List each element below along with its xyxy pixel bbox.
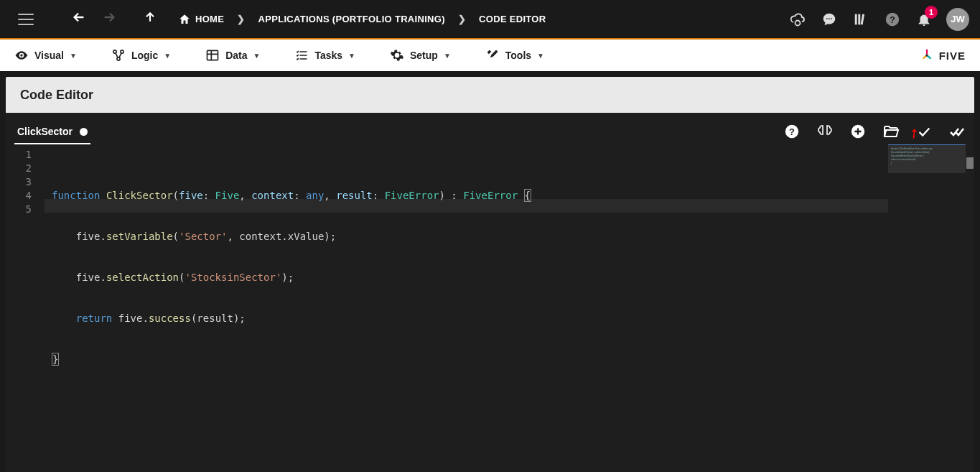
top-header: HOME ❯ APPLICATIONS (PORTFOLIO TRAINING)… bbox=[0, 0, 980, 40]
svg-rect-13 bbox=[207, 50, 218, 60]
toolbar-logic[interactable]: Logic▼ bbox=[111, 48, 171, 63]
eye-icon bbox=[14, 48, 29, 63]
chat-icon[interactable] bbox=[820, 10, 839, 29]
ai-brain-icon[interactable] bbox=[816, 123, 834, 140]
svg-point-3 bbox=[831, 18, 832, 19]
svg-rect-4 bbox=[855, 14, 857, 24]
toolbar-data-label: Data bbox=[225, 50, 247, 61]
breadcrumb-home-label: HOME bbox=[195, 14, 224, 24]
svg-rect-6 bbox=[861, 14, 864, 24]
home-icon bbox=[178, 13, 191, 26]
header-right: ? 1 JW bbox=[788, 8, 969, 31]
chevron-right-icon: ❯ bbox=[458, 14, 466, 24]
header-left: HOME ❯ APPLICATIONS (PORTFOLIO TRAINING)… bbox=[18, 9, 546, 29]
help-icon[interactable]: ? bbox=[883, 10, 902, 29]
breadcrumb-home[interactable]: HOME bbox=[178, 13, 224, 26]
brand: FIVE bbox=[919, 47, 966, 63]
editor-actions: ? ➚ bbox=[783, 123, 966, 144]
breadcrumb-applications[interactable]: APPLICATIONS (PORTFOLIO TRAINING) bbox=[258, 14, 445, 24]
scrollbar-thumb[interactable] bbox=[966, 157, 974, 169]
line-gutter: 1 2 3 4 5 bbox=[6, 144, 45, 472]
open-folder-icon[interactable] bbox=[882, 123, 900, 140]
line-number: 3 bbox=[6, 175, 32, 189]
add-button[interactable] bbox=[849, 123, 867, 140]
line-number: 2 bbox=[6, 162, 32, 175]
toolbar-tools[interactable]: Tools▼ bbox=[485, 48, 544, 63]
up-button[interactable] bbox=[139, 10, 162, 29]
editor-tab-label: ClickSector bbox=[17, 126, 73, 137]
data-icon bbox=[205, 48, 220, 63]
editor-tab[interactable]: ClickSector bbox=[14, 119, 90, 144]
page-title: Code Editor bbox=[6, 77, 974, 113]
toolbar-tools-label: Tools bbox=[505, 50, 531, 61]
svg-point-0 bbox=[795, 20, 801, 25]
back-button[interactable] bbox=[67, 9, 91, 29]
svg-point-1 bbox=[826, 18, 828, 19]
svg-rect-5 bbox=[858, 14, 860, 24]
avatar[interactable]: JW bbox=[946, 8, 969, 31]
svg-text:?: ? bbox=[789, 126, 795, 137]
library-icon[interactable] bbox=[851, 10, 870, 29]
save-all-button[interactable] bbox=[948, 123, 966, 140]
breadcrumb: HOME ❯ APPLICATIONS (PORTFOLIO TRAINING)… bbox=[178, 13, 546, 26]
toolbar-setup[interactable]: Setup▼ bbox=[390, 48, 451, 63]
editor-body[interactable]: 1 2 3 4 5 function ClickSector(five: Fiv… bbox=[6, 144, 974, 472]
minimap-lines: function ClickSector(five: Five, context… bbox=[891, 147, 933, 165]
code-editor: ClickSector ? ➚ bbox=[6, 113, 974, 472]
notifications-icon[interactable]: 1 bbox=[915, 10, 933, 29]
svg-text:?: ? bbox=[890, 14, 895, 24]
toolbar: Visual▼ Logic▼ Data▼ Tasks▼ Setup▼ Tools… bbox=[0, 40, 980, 71]
toolbar-tasks-label: Tasks bbox=[314, 50, 342, 61]
toolbar-setup-label: Setup bbox=[410, 50, 438, 61]
cloud-icon[interactable] bbox=[788, 10, 807, 29]
gear-icon bbox=[390, 48, 404, 63]
toolbar-visual[interactable]: Visual▼ bbox=[14, 48, 77, 63]
code-area[interactable]: function ClickSector(five: Five, context… bbox=[45, 144, 974, 472]
editor-header: ClickSector ? ➚ bbox=[6, 113, 974, 144]
notification-badge: 1 bbox=[925, 6, 938, 19]
save-button[interactable]: ➚ bbox=[915, 123, 933, 140]
line-number: 5 bbox=[6, 203, 32, 216]
page-title-label: Code Editor bbox=[20, 88, 93, 103]
toolbar-data[interactable]: Data▼ bbox=[205, 48, 260, 63]
tasks-icon bbox=[294, 48, 309, 63]
breadcrumb-code-editor[interactable]: CODE EDITOR bbox=[479, 14, 546, 24]
chevron-right-icon: ❯ bbox=[237, 14, 245, 24]
vertical-scrollbar[interactable] bbox=[966, 113, 974, 472]
toolbar-visual-label: Visual bbox=[34, 50, 64, 61]
brand-label: FIVE bbox=[939, 50, 966, 62]
tools-icon bbox=[485, 48, 500, 63]
editor-help-icon[interactable]: ? bbox=[783, 123, 801, 140]
toolbar-tasks[interactable]: Tasks▼ bbox=[294, 48, 355, 63]
line-number: 1 bbox=[6, 148, 32, 162]
logic-icon bbox=[111, 48, 126, 63]
svg-point-9 bbox=[20, 54, 22, 56]
svg-point-2 bbox=[829, 18, 830, 19]
unsaved-dot-icon bbox=[80, 128, 88, 136]
svg-point-14 bbox=[925, 54, 928, 57]
brand-logo-icon bbox=[919, 47, 935, 63]
line-number: 4 bbox=[6, 189, 32, 203]
forward-button[interactable] bbox=[97, 9, 121, 29]
menu-icon[interactable] bbox=[18, 14, 34, 25]
toolbar-logic-label: Logic bbox=[131, 50, 158, 61]
